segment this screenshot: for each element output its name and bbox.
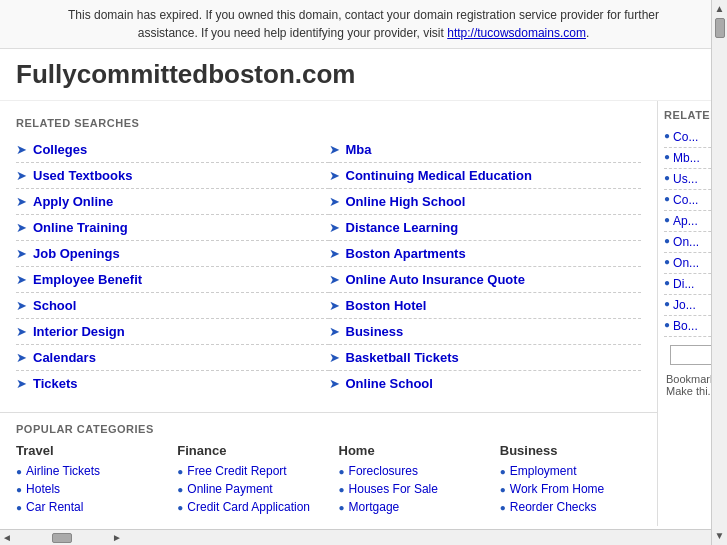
search-item: ➤Online Training — [16, 215, 329, 241]
bullet-icon: ● — [500, 466, 506, 477]
search-item: ➤Apply Online — [16, 189, 329, 215]
search-link[interactable]: Online High School — [346, 194, 466, 209]
search-item: ➤Business — [329, 319, 642, 345]
category-link[interactable]: Reorder Checks — [510, 500, 597, 514]
search-link[interactable]: Used Textbooks — [33, 168, 132, 183]
search-link[interactable]: School — [33, 298, 76, 313]
search-link[interactable]: Employee Benefit — [33, 272, 142, 287]
sidebar-link[interactable]: Ap... — [673, 214, 698, 228]
bullet-icon: ● — [16, 466, 22, 477]
search-link[interactable]: Calendars — [33, 350, 96, 365]
sidebar-search-input[interactable] — [670, 345, 715, 365]
tucows-link[interactable]: http://tucowsdomains.com — [447, 26, 586, 40]
main-layout: RELATED SEARCHES ➤Colleges➤Used Textbook… — [0, 101, 727, 526]
category-link[interactable]: Airline Tickets — [26, 464, 100, 478]
side-bullet-icon: ● — [664, 298, 670, 309]
bullet-icon: ● — [177, 484, 183, 495]
search-link[interactable]: Continuing Medical Education — [346, 168, 532, 183]
search-item: ➤Distance Learning — [329, 215, 642, 241]
search-link[interactable]: Online Training — [33, 220, 128, 235]
search-link[interactable]: Online School — [346, 376, 433, 391]
side-bullet-icon: ● — [664, 151, 670, 162]
sidebar-link[interactable]: Mb... — [673, 151, 700, 165]
arrow-icon: ➤ — [329, 376, 340, 391]
scroll-up-arrow[interactable]: ▲ — [715, 2, 725, 16]
arrow-icon: ➤ — [16, 298, 27, 313]
search-item: ➤Continuing Medical Education — [329, 163, 642, 189]
category-column: Business●Employment●Work From Home●Reord… — [500, 443, 641, 516]
category-item: ●Employment — [500, 462, 641, 480]
bullet-icon: ● — [339, 502, 345, 513]
category-link[interactable]: Online Payment — [187, 482, 272, 496]
category-item: ●Work From Home — [500, 480, 641, 498]
search-link[interactable]: Interior Design — [33, 324, 125, 339]
arrow-icon: ➤ — [329, 142, 340, 157]
category-item: ●Online Payment — [177, 480, 318, 498]
sidebar-link[interactable]: Di... — [673, 277, 694, 291]
arrow-icon: ➤ — [329, 324, 340, 339]
category-column: Travel●Airline Tickets●Hotels●Car Rental — [16, 443, 157, 516]
search-link[interactable]: Colleges — [33, 142, 87, 157]
arrow-icon: ➤ — [329, 350, 340, 365]
sidebar-link[interactable]: Us... — [673, 172, 698, 186]
category-link[interactable]: Foreclosures — [349, 464, 418, 478]
scroll-thumb[interactable] — [715, 18, 725, 38]
search-column-left: ➤Colleges➤Used Textbooks➤Apply Online➤On… — [16, 137, 329, 396]
sidebar-link[interactable]: Co... — [673, 193, 698, 207]
side-bullet-icon: ● — [664, 172, 670, 183]
search-item: ➤Job Openings — [16, 241, 329, 267]
arrow-icon: ➤ — [16, 246, 27, 261]
search-link[interactable]: Tickets — [33, 376, 78, 391]
search-link[interactable]: Boston Hotel — [346, 298, 427, 313]
expiry-banner: This domain has expired. If you owned th… — [0, 0, 727, 49]
related-searches-grid: ➤Colleges➤Used Textbooks➤Apply Online➤On… — [0, 137, 657, 396]
sidebar-link[interactable]: On... — [673, 256, 699, 270]
category-title: Finance — [177, 443, 318, 458]
category-link[interactable]: Hotels — [26, 482, 60, 496]
side-bullet-icon: ● — [664, 214, 670, 225]
categories-grid: Travel●Airline Tickets●Hotels●Car Rental… — [16, 443, 641, 516]
category-item: ●Reorder Checks — [500, 498, 641, 516]
search-link[interactable]: Mba — [346, 142, 372, 157]
category-title: Business — [500, 443, 641, 458]
search-link[interactable]: Boston Apartments — [346, 246, 466, 261]
search-link[interactable]: Basketball Tickets — [346, 350, 459, 365]
category-link[interactable]: Car Rental — [26, 500, 83, 514]
category-title: Home — [339, 443, 480, 458]
search-item: ➤Online High School — [329, 189, 642, 215]
sidebar-link[interactable]: Bo... — [673, 319, 698, 333]
category-link[interactable]: Work From Home — [510, 482, 604, 496]
search-link[interactable]: Job Openings — [33, 246, 120, 261]
category-link[interactable]: Employment — [510, 464, 577, 478]
arrow-icon: ➤ — [329, 298, 340, 313]
search-item: ➤School — [16, 293, 329, 319]
side-bullet-icon: ● — [664, 319, 670, 330]
sidebar-link[interactable]: Co... — [673, 130, 698, 144]
search-item: ➤Interior Design — [16, 319, 329, 345]
side-bullet-icon: ● — [664, 130, 670, 141]
arrow-icon: ➤ — [16, 376, 27, 391]
search-item: ➤Boston Hotel — [329, 293, 642, 319]
arrow-icon: ➤ — [16, 350, 27, 365]
search-link[interactable]: Distance Learning — [346, 220, 459, 235]
popular-categories-label: POPULAR CATEGORIES — [16, 423, 641, 435]
bullet-icon: ● — [500, 502, 506, 513]
arrow-icon: ➤ — [16, 194, 27, 209]
side-bullet-icon: ● — [664, 256, 670, 267]
bullet-icon: ● — [339, 484, 345, 495]
search-link[interactable]: Business — [346, 324, 404, 339]
vertical-scrollbar[interactable]: ▲ ▼ — [711, 0, 727, 526]
search-link[interactable]: Apply Online — [33, 194, 113, 209]
category-link[interactable]: Credit Card Application — [187, 500, 310, 514]
category-column: Finance●Free Credit Report●Online Paymen… — [177, 443, 318, 516]
search-link[interactable]: Online Auto Insurance Quote — [346, 272, 525, 287]
main-content: RELATED SEARCHES ➤Colleges➤Used Textbook… — [0, 101, 657, 526]
search-column-right: ➤Mba➤Continuing Medical Education➤Online… — [329, 137, 642, 396]
sidebar-link[interactable]: On... — [673, 235, 699, 249]
category-link[interactable]: Free Credit Report — [187, 464, 286, 478]
category-item: ●Credit Card Application — [177, 498, 318, 516]
sidebar-link[interactable]: Jo... — [673, 298, 696, 312]
category-link[interactable]: Mortgage — [349, 500, 400, 514]
category-link[interactable]: Houses For Sale — [349, 482, 438, 496]
search-item: ➤Mba — [329, 137, 642, 163]
